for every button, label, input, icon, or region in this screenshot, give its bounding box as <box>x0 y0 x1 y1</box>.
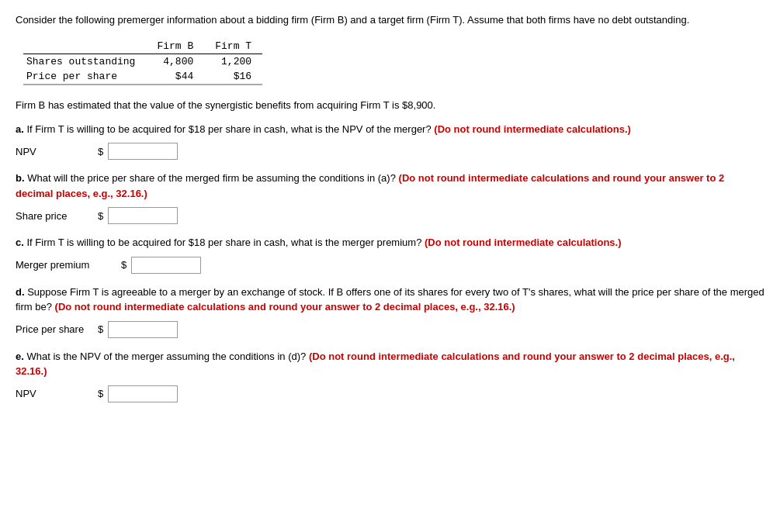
price-per-share-label-d: Price per share <box>16 323 93 335</box>
question-a-body: If Firm T is willing to be acquired for … <box>26 123 630 135</box>
question-c: c. If Firm T is willing to be acquired f… <box>16 235 764 274</box>
npv-input-e[interactable] <box>108 385 178 402</box>
shares-firm-t: 1,200 <box>204 54 262 69</box>
col-header-firm-b: Firm B <box>146 39 204 54</box>
row-label-price: Price per share <box>23 69 146 85</box>
answer-row-e: NPV $ <box>16 385 764 402</box>
dollar-sign-e: $ <box>98 388 103 399</box>
dollar-sign-d: $ <box>98 323 103 335</box>
npv-label-e: NPV <box>16 388 93 399</box>
question-a-bold: (Do not round intermediate calculations.… <box>434 123 631 135</box>
question-b-letter: b. <box>16 172 25 184</box>
question-b-text: b. What will the price per share of the … <box>16 171 764 201</box>
question-c-bold: (Do not round intermediate calculations.… <box>425 237 622 248</box>
answer-row-b: Share price $ <box>16 207 764 224</box>
row-label-shares: Shares outstanding <box>23 54 146 69</box>
answer-row-c: Merger premium $ <box>16 257 764 274</box>
shares-firm-b: 4,800 <box>146 54 204 69</box>
question-d-body: Suppose Firm T is agreeable to a merger … <box>16 286 764 313</box>
share-price-input[interactable] <box>108 207 178 224</box>
question-d-bold: (Do not round intermediate calculations … <box>55 301 515 313</box>
dollar-sign-c: $ <box>121 259 127 271</box>
question-a-text: a. If Firm T is willing to be acquired f… <box>16 122 764 137</box>
question-c-text: c. If Firm T is willing to be acquired f… <box>16 235 764 250</box>
merger-premium-label: Merger premium <box>16 259 116 271</box>
answer-row-d: Price per share $ <box>16 321 764 338</box>
question-b-body: What will the price per share of the mer… <box>16 172 724 199</box>
col-header-firm-t: Firm T <box>204 39 262 54</box>
dollar-sign-b: $ <box>98 210 103 222</box>
answer-row-a: NPV $ <box>16 143 764 160</box>
share-price-label: Share price <box>16 210 93 222</box>
question-e-letter: e. <box>16 351 24 362</box>
question-c-body: If Firm T is willing to be acquired for … <box>26 237 621 248</box>
question-c-letter: c. <box>16 237 24 248</box>
npv-label-a: NPV <box>16 146 93 157</box>
price-firm-b: $44 <box>146 69 204 85</box>
price-firm-t: $16 <box>204 69 262 85</box>
question-d-text: d. Suppose Firm T is agreeable to a merg… <box>16 285 764 315</box>
table-row: Price per share $44 $16 <box>23 69 262 85</box>
dollar-sign-a: $ <box>98 146 103 157</box>
question-d-letter: d. <box>16 286 25 298</box>
intro-text: Consider the following premerger informa… <box>16 12 764 28</box>
question-e-text: e. What is the NPV of the merger assumin… <box>16 349 764 379</box>
question-a-letter: a. <box>16 123 24 135</box>
question-e-body: What is the NPV of the merger assuming t… <box>16 351 735 378</box>
question-a: a. If Firm T is willing to be acquired f… <box>16 122 764 161</box>
merger-premium-input[interactable] <box>131 257 201 274</box>
price-per-share-input-d[interactable] <box>108 321 178 338</box>
table-row: Shares outstanding 4,800 1,200 <box>23 54 262 69</box>
question-b: b. What will the price per share of the … <box>16 171 764 224</box>
question-d: d. Suppose Firm T is agreeable to a merg… <box>16 285 764 338</box>
question-e: e. What is the NPV of the merger assumin… <box>16 349 764 402</box>
data-table: Firm B Firm T Shares outstanding 4,800 1… <box>23 39 764 85</box>
npv-input-a[interactable] <box>108 143 178 160</box>
synergy-text: Firm B has estimated that the value of t… <box>16 99 764 111</box>
